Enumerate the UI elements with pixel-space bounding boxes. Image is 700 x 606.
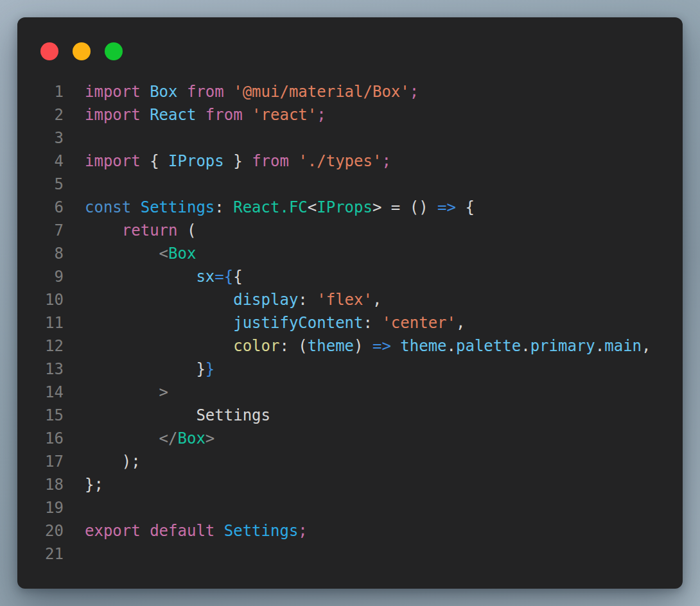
token-wh xyxy=(85,291,233,309)
code-line: 3 xyxy=(17,126,683,150)
token-wh: . xyxy=(595,337,604,355)
code-line: 19 xyxy=(17,496,683,519)
code-line: 2import React from 'react'; xyxy=(17,103,683,126)
line-number: 16 xyxy=(17,427,64,450)
token-kw: ; xyxy=(381,152,390,170)
line-content: import { IProps } from './types'; xyxy=(64,150,391,173)
token-wh: } xyxy=(85,360,206,378)
token-op: ={ xyxy=(214,268,233,286)
token-type: React.FC xyxy=(233,198,308,216)
token-wh: { xyxy=(150,152,168,170)
maximize-button[interactable] xyxy=(105,42,123,60)
token-wh: , xyxy=(642,337,651,355)
line-number: 20 xyxy=(17,519,64,542)
token-wh xyxy=(391,337,400,355)
token-wh: . xyxy=(447,337,456,355)
code-line: 6const Settings: React.FC<IProps> = () =… xyxy=(17,196,683,219)
code-line: 16 </Box> xyxy=(17,427,683,450)
code-line: 5 xyxy=(17,173,683,196)
close-button[interactable] xyxy=(40,42,58,60)
line-number: 4 xyxy=(17,150,64,173)
token-kw: from xyxy=(196,106,252,124)
token-imp: main xyxy=(604,337,642,355)
line-content: }; xyxy=(64,473,103,496)
token-kw: return xyxy=(122,221,178,239)
line-content: const Settings: React.FC<IProps> = () =>… xyxy=(64,196,475,219)
line-number: 2 xyxy=(17,103,64,126)
token-str: './types' xyxy=(298,152,381,170)
token-op: } xyxy=(206,360,214,378)
line-number: 21 xyxy=(17,542,64,566)
token-wh: ); xyxy=(85,453,141,471)
line-content: ); xyxy=(64,450,141,473)
code-line: 14 > xyxy=(17,381,683,404)
code-line: 17 ); xyxy=(17,450,683,473)
token-wh: > = () xyxy=(372,198,437,216)
line-number: 1 xyxy=(17,80,64,103)
token-type: Box xyxy=(178,429,206,447)
line-number: 14 xyxy=(17,381,64,404)
line-number: 17 xyxy=(17,450,64,473)
token-wh xyxy=(85,429,159,447)
token-op: => xyxy=(437,198,456,216)
token-wh xyxy=(85,337,233,355)
line-content xyxy=(64,173,85,196)
token-wh: { xyxy=(456,198,475,216)
line-number: 19 xyxy=(17,496,64,519)
line-number: 3 xyxy=(17,126,64,150)
token-str: 'react' xyxy=(252,106,317,124)
token-imp: theme xyxy=(308,337,354,355)
token-imp: primary xyxy=(530,337,595,355)
code-line: 4import { IProps } from './types'; xyxy=(17,150,683,173)
token-yellow: color xyxy=(233,337,279,355)
line-number: 15 xyxy=(17,404,64,427)
code-line: 13 }} xyxy=(17,358,683,381)
token-type: IProps xyxy=(317,198,372,216)
token-kw: from xyxy=(252,152,298,170)
line-content: </Box> xyxy=(64,427,214,450)
token-gray: > xyxy=(159,383,168,401)
line-number: 5 xyxy=(17,173,64,196)
token-type: Box xyxy=(168,245,196,263)
code-line: 20export default Settings; xyxy=(17,519,683,542)
token-gray: > xyxy=(206,429,214,447)
token-str: 'center' xyxy=(381,314,456,332)
line-number: 13 xyxy=(17,358,64,381)
line-content: sx={{ xyxy=(64,265,243,288)
line-content: > xyxy=(64,381,168,404)
token-wh: : ( xyxy=(279,337,307,355)
line-number: 7 xyxy=(17,219,64,242)
line-content: justifyContent: 'center', xyxy=(64,311,465,334)
token-wh xyxy=(85,268,196,286)
window-titlebar xyxy=(40,42,123,60)
token-wh: }; xyxy=(85,476,103,494)
token-wh: , xyxy=(372,291,381,309)
code-line: 21 xyxy=(17,542,683,566)
token-wh: : xyxy=(298,291,317,309)
token-kw: import xyxy=(85,152,150,170)
token-wh: Settings xyxy=(85,406,270,424)
code-line: 9 sx={{ xyxy=(17,265,683,288)
code-line: 8 <Box xyxy=(17,242,683,265)
code-window: 1import Box from '@mui/material/Box';2im… xyxy=(17,17,683,589)
token-imp: palette xyxy=(456,337,521,355)
token-str: '@mui/material/Box' xyxy=(233,83,410,101)
token-kw: from xyxy=(178,83,234,101)
token-imp: justifyContent xyxy=(233,314,363,332)
line-content: import React from 'react'; xyxy=(64,103,326,126)
line-content: }} xyxy=(64,358,214,381)
token-wh xyxy=(85,245,159,263)
token-imp: display xyxy=(233,291,298,309)
minimize-button[interactable] xyxy=(73,42,91,60)
line-number: 8 xyxy=(17,242,64,265)
code-editor: 1import Box from '@mui/material/Box';2im… xyxy=(17,80,683,566)
line-number: 12 xyxy=(17,334,64,358)
token-imp: theme xyxy=(400,337,446,355)
line-content: import Box from '@mui/material/Box'; xyxy=(64,80,419,103)
token-imp: Box xyxy=(150,83,177,101)
token-wh xyxy=(85,221,122,239)
line-number: 18 xyxy=(17,473,64,496)
token-wh: : xyxy=(214,198,233,216)
token-gray: < xyxy=(159,245,168,263)
code-line: 1import Box from '@mui/material/Box'; xyxy=(17,80,683,103)
